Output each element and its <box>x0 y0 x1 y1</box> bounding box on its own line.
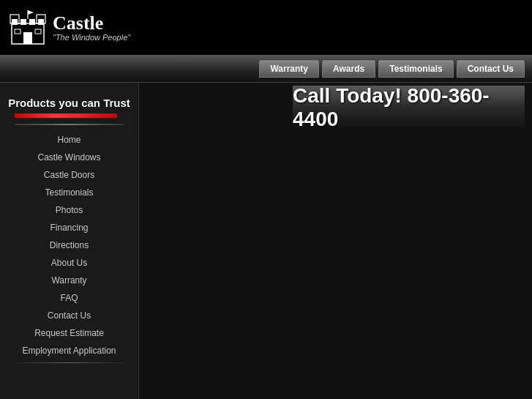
main-layout: Products you can Trust Home Castle Windo… <box>0 83 532 399</box>
sidebar-divider-bottom <box>15 362 124 363</box>
sidebar-item-warranty[interactable]: Warranty <box>0 272 138 289</box>
sidebar-divider <box>15 124 124 125</box>
nav-tab-warranty[interactable]: Warranty <box>259 60 319 78</box>
logo-castle-text: Castle <box>53 14 130 33</box>
sidebar-item-request-estimate[interactable]: Request Estimate <box>0 324 138 342</box>
svg-rect-8 <box>23 32 32 44</box>
header: Castle "The Window People" <box>0 0 532 55</box>
sidebar-item-financing[interactable]: Financing <box>0 219 138 236</box>
logo-tagline-text: "The Window People" <box>53 33 130 42</box>
logo-icon <box>9 9 47 47</box>
sidebar-item-castle-windows[interactable]: Castle Windows <box>0 149 138 166</box>
sidebar-item-castle-doors[interactable]: Castle Doors <box>0 166 138 184</box>
sidebar-item-faq[interactable]: FAQ <box>0 289 138 307</box>
nav-tab-awards[interactable]: Awards <box>322 60 375 78</box>
nav-tab-contact[interactable]: Contact Us <box>457 60 525 78</box>
sidebar-title: Products you can Trust <box>0 90 138 113</box>
nav-tab-testimonials[interactable]: Testimonials <box>378 60 453 78</box>
sidebar-item-directions[interactable]: Directions <box>0 236 138 254</box>
svg-rect-3 <box>20 19 26 25</box>
logo-area: Castle "The Window People" <box>9 9 130 47</box>
content-area: Call Today! 800-360-4400 <box>139 83 532 399</box>
sidebar-item-contact-us[interactable]: Contact Us <box>0 307 138 324</box>
sidebar-item-photos[interactable]: Photos <box>0 201 138 219</box>
sidebar-accent-bar <box>15 113 117 118</box>
svg-rect-4 <box>29 19 35 25</box>
sidebar-item-home[interactable]: Home <box>0 131 138 149</box>
sidebar-item-testimonials[interactable]: Testimonials <box>0 184 138 201</box>
call-banner-text: Call Today! 800-360-4400 <box>293 84 525 131</box>
svg-rect-2 <box>12 19 18 25</box>
svg-rect-5 <box>38 19 44 25</box>
nav-bar: Warranty Awards Testimonials Contact Us <box>0 55 532 83</box>
sidebar-item-about-us[interactable]: About Us <box>0 254 138 272</box>
call-banner: Call Today! 800-360-4400 <box>293 86 525 130</box>
sidebar: Products you can Trust Home Castle Windo… <box>0 83 139 399</box>
logo-text-area: Castle "The Window People" <box>53 14 130 42</box>
sidebar-item-employment-application[interactable]: Employment Application <box>0 342 138 359</box>
